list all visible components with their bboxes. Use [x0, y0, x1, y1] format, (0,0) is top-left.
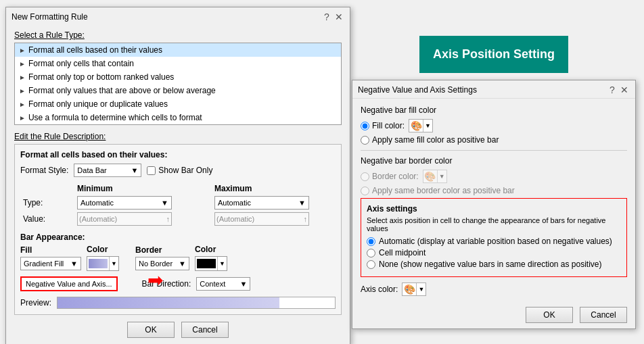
rule-type-label-4: Format only unique or duplicate values	[28, 99, 168, 109]
show-bar-only-row: Show Bar Only	[147, 166, 212, 175]
rule-type-label-2: Format only top or bottom ranked values	[28, 72, 174, 82]
rule-type-item-4[interactable]: ► Format only unique or duplicate values	[15, 97, 341, 111]
border-color-swatch-select[interactable]: ▼	[195, 256, 227, 271]
secondary-dialog-title: Negative Value and Axis Settings	[358, 85, 477, 95]
secondary-cancel-button[interactable]: Cancel	[580, 307, 627, 323]
axis-option-2-row: Cell midpoint	[367, 248, 621, 257]
fill-col: Fill Gradient Fill ▼	[20, 245, 81, 270]
preview-bar-container	[57, 297, 336, 309]
titlebar-icons: ? ✕	[321, 11, 344, 22]
value-min-input: (Automatic) ↑	[77, 212, 172, 226]
fill-type-arrow: ▼	[70, 260, 78, 268]
bar-direction-select[interactable]: Context ▼	[196, 277, 250, 291]
fill-color-section-title: Negative bar fill color	[361, 105, 627, 115]
minmax-table: Minimum Maximum Type: Automatic ▼	[20, 182, 336, 227]
secondary-help-icon[interactable]: ?	[607, 84, 618, 95]
fill-color-radio-label[interactable]: Fill color:	[361, 121, 405, 130]
preview-row: Preview:	[20, 297, 336, 309]
border-label: Border	[135, 245, 189, 255]
axis-option-1-radio[interactable]	[367, 237, 375, 246]
negative-value-axis-button[interactable]: Negative Value and Axis...	[20, 276, 118, 291]
border-value: No Border	[139, 260, 172, 268]
border-color-btn-arrow[interactable]: ▼	[437, 170, 446, 182]
axis-option-3-radio[interactable]	[367, 260, 375, 269]
rule-arrow-3: ►	[19, 87, 26, 95]
bar-direction-label: Bar Direction:	[142, 279, 191, 289]
type-min-select[interactable]: Automatic ▼	[77, 196, 172, 210]
rule-type-item-2[interactable]: ► Format only top or bottom ranked value…	[15, 70, 341, 84]
format-style-value: Data Bar	[77, 166, 106, 174]
axis-color-btn[interactable]: 🎨 ▼	[402, 282, 426, 296]
axis-settings-title: Axis settings	[367, 204, 621, 214]
border-color-radio-text: Border color:	[372, 172, 419, 181]
border-arrow: ▼	[179, 260, 186, 268]
apply-same-border-row: Apply same border color as positive bar	[361, 186, 627, 195]
format-style-arrow: ▼	[131, 166, 138, 174]
border-color-radio-label[interactable]: Border color:	[361, 172, 419, 181]
edit-section: Format all cells based on their values: …	[14, 144, 342, 315]
rule-type-label-1: Format only cells that contain	[28, 59, 134, 68]
show-bar-only-checkbox[interactable]	[147, 166, 156, 175]
rule-type-label-0: Format all cells based on their values	[28, 45, 162, 55]
rule-type-item-0[interactable]: ► Format all cells based on their values	[15, 43, 341, 57]
axis-settings-box: Axis settings Select axis position in ce…	[361, 198, 627, 277]
rule-type-item-1[interactable]: ► Format only cells that contain	[15, 57, 341, 70]
apply-same-border-radio-label[interactable]: Apply same border color as positive bar	[361, 186, 515, 195]
apply-same-fill-radio-label[interactable]: Apply same fill color as positive bar	[361, 135, 499, 145]
rule-type-section-label: Select a Rule Type:	[14, 30, 342, 40]
fill-color-btn[interactable]: 🎨 ▼	[409, 119, 433, 132]
rule-arrow-1: ►	[19, 60, 26, 68]
main-help-icon[interactable]: ?	[321, 11, 332, 22]
fill-border-divider	[361, 150, 627, 151]
apply-same-fill-text: Apply same fill color as positive bar	[372, 135, 499, 145]
main-dialog-buttons: OK Cancel	[14, 322, 342, 338]
rule-type-label-5: Use a formula to determine which cells t…	[28, 113, 202, 122]
max-label: Maximum	[214, 184, 252, 193]
border-color-btn[interactable]: 🎨 ▼	[423, 170, 447, 183]
axis-option-2-text: Cell midpoint	[379, 248, 426, 257]
border-color-radio[interactable]	[361, 172, 369, 181]
value-min-up-icon[interactable]: ↑	[166, 215, 170, 223]
fill-color-radio[interactable]	[361, 122, 369, 130]
apply-same-border-radio[interactable]	[361, 187, 369, 195]
main-dialog-title: New Formatting Rule	[12, 12, 88, 22]
fill-type-select[interactable]: Gradient Fill ▼	[20, 257, 81, 270]
main-dialog-titlebar: New Formatting Rule ? ✕	[6, 7, 350, 25]
secondary-dialog-buttons: OK Cancel	[352, 303, 635, 328]
apply-same-fill-row: Apply same fill color as positive bar	[361, 135, 627, 145]
fill-color-label: Color	[87, 245, 119, 254]
border-col: Border No Border ▼	[135, 245, 189, 270]
secondary-close-icon[interactable]: ✕	[619, 84, 630, 95]
format-style-label: Format Style:	[20, 166, 68, 175]
secondary-dialog-titlebar: Negative Value and Axis Settings ? ✕	[352, 80, 635, 99]
fill-color-row: Fill color: 🎨 ▼	[361, 119, 627, 132]
axis-settings-desc: Select axis position in cell to change t…	[367, 216, 621, 232]
axis-option-2-radio[interactable]	[367, 249, 375, 257]
neg-value-direction-row: Negative Value and Axis... Bar Direction…	[20, 276, 336, 291]
border-select[interactable]: No Border ▼	[135, 257, 189, 270]
axis-color-label: Axis color:	[361, 285, 398, 294]
type-max-select[interactable]: Automatic ▼	[214, 196, 309, 210]
main-cancel-button[interactable]: Cancel	[181, 322, 229, 338]
rule-arrow-0: ►	[19, 47, 26, 54]
border-color-row: Border color: 🎨 ▼	[361, 170, 627, 183]
format-style-select[interactable]: Data Bar ▼	[74, 164, 141, 177]
main-close-icon[interactable]: ✕	[334, 11, 344, 22]
secondary-ok-button[interactable]: OK	[526, 307, 573, 323]
bar-direction-row: Bar Direction: Context ▼	[142, 277, 251, 291]
rule-arrow-4: ►	[19, 101, 26, 108]
bar-direction-arrow: ▼	[239, 280, 247, 288]
main-ok-button[interactable]: OK	[127, 322, 175, 338]
apply-same-fill-radio[interactable]	[361, 136, 369, 145]
rule-arrow-5: ►	[19, 114, 26, 122]
fill-color-btn-arrow[interactable]: ▼	[423, 120, 432, 132]
fill-color-radio-text: Fill color:	[372, 121, 405, 130]
rule-type-item-5[interactable]: ► Use a formula to determine which cells…	[15, 111, 341, 124]
fill-color-swatch-select[interactable]: ▼	[87, 256, 119, 271]
border-color-dropdown-arrow[interactable]: ▼	[217, 257, 227, 270]
fill-color-dropdown-arrow[interactable]: ▼	[109, 257, 118, 270]
axis-color-btn-arrow[interactable]: ▼	[416, 283, 426, 295]
value-max-up-icon[interactable]: ↑	[304, 215, 308, 223]
secondary-titlebar-icons: ? ✕	[607, 84, 630, 95]
rule-type-item-3[interactable]: ► Format only values that are above or b…	[15, 84, 341, 97]
